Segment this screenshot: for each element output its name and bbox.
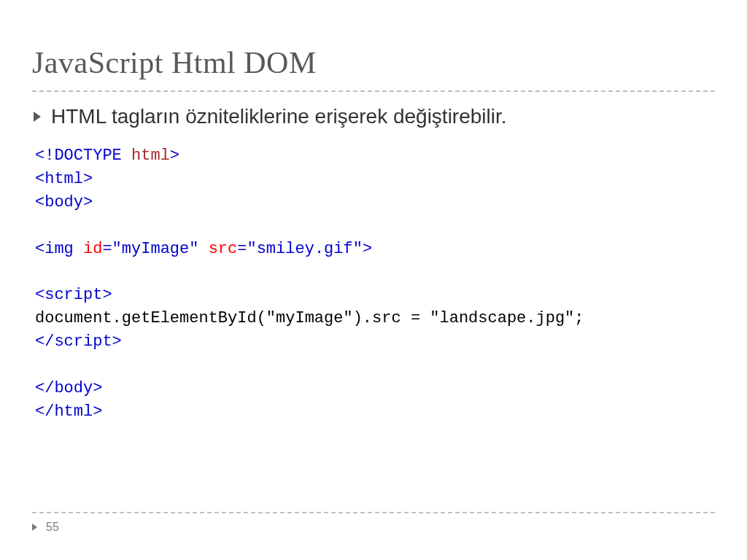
code-token: <!DOCTYPE (35, 147, 122, 165)
code-token: src (198, 240, 237, 258)
code-token: document.getElementById("myImage").src =… (35, 309, 584, 327)
code-token: <img (35, 240, 74, 258)
code-token: </body> (35, 379, 102, 397)
code-example: <!DOCTYPE html> <html> <body> <img id="m… (32, 144, 715, 424)
code-token: ="smiley.gif" (237, 240, 363, 258)
code-token: <html> (35, 170, 93, 188)
code-token: </script> (35, 332, 122, 351)
bullet-item: HTML tagların özniteliklerine erişerek d… (32, 105, 715, 128)
code-token: <script> (35, 286, 112, 304)
slide-footer: 55 (32, 512, 715, 534)
code-token: <body> (35, 193, 93, 211)
code-token: id (74, 240, 103, 258)
bullet-triangle-icon (34, 112, 41, 122)
bullet-text: HTML tagların özniteliklerine erişerek d… (51, 105, 507, 128)
code-token: </html> (35, 402, 102, 421)
slide: JavaScript Html DOM HTML tagların öznite… (0, 0, 747, 560)
page-number: 55 (46, 521, 59, 534)
code-token: html (122, 147, 170, 165)
slide-title: JavaScript Html DOM (32, 45, 715, 92)
code-token: > (363, 240, 372, 258)
footer-triangle-icon (32, 524, 37, 531)
code-token: > (170, 147, 179, 165)
code-token: ="myImage" (102, 240, 198, 258)
